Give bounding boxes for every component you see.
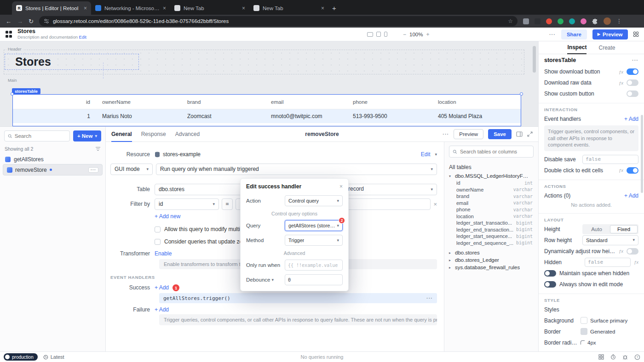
debounce-label[interactable]: Debounce ▾: [246, 277, 274, 283]
fx-icon[interactable]: ƒx: [619, 168, 623, 173]
schema-column[interactable]: ledger_start_sequence...bigint: [444, 233, 538, 240]
share-button[interactable]: Share: [561, 29, 587, 40]
bookmark-star-icon[interactable]: ☆: [508, 18, 513, 24]
border-radius-value[interactable]: 4px: [587, 340, 596, 345]
schema-column[interactable]: brandvarchar: [444, 193, 538, 200]
schema-column[interactable]: ledger_end_sequence_...bigint: [444, 240, 538, 247]
version-selector[interactable]: Latest: [43, 354, 64, 360]
schema-search-input[interactable]: [460, 149, 530, 154]
method-select[interactable]: Trigger▾: [285, 235, 343, 246]
app-canvas[interactable]: Header Stores Main storesTable id ownerN…: [0, 41, 538, 126]
new-tab-button[interactable]: +: [332, 4, 336, 12]
row-height-select[interactable]: Standard▾: [582, 235, 638, 245]
help-icon[interactable]: ?: [634, 354, 640, 360]
fx-icon[interactable]: ƒx: [619, 80, 623, 85]
filter-field-select[interactable]: id▾: [155, 198, 219, 210]
show-download-toggle[interactable]: [627, 68, 638, 75]
tab-inspect[interactable]: Inspect: [567, 41, 586, 54]
run-mode-select[interactable]: Run query only when manually triggered▾: [156, 164, 437, 175]
header-more-icon[interactable]: ···: [549, 32, 556, 37]
edit-description-link[interactable]: Edit: [79, 34, 86, 40]
zoom-out-button[interactable]: −: [403, 31, 406, 38]
fx-icon[interactable]: ƒx: [619, 249, 623, 254]
split-panel-icon[interactable]: [516, 131, 523, 137]
tab-response[interactable]: Response: [141, 127, 166, 142]
reload-icon[interactable]: ↻: [29, 18, 34, 25]
extension-icon[interactable]: [523, 18, 529, 24]
omnibox[interactable]: glossary.retool.com/editor/0086e808-529c…: [39, 16, 518, 26]
extension-icon[interactable]: [581, 18, 586, 24]
add-failure-handler-link[interactable]: + Add: [155, 306, 169, 313]
extension-icon[interactable]: [535, 18, 540, 24]
new-query-button[interactable]: + New ▾: [73, 130, 101, 141]
border-value[interactable]: Generated: [590, 329, 615, 334]
caret-right-icon[interactable]: ▸: [449, 258, 453, 262]
browser-menu-icon[interactable]: ⋮: [616, 18, 622, 24]
debug-icon[interactable]: [622, 354, 628, 360]
double-click-toggle[interactable]: [627, 167, 638, 174]
schema-table-expanded[interactable]: ▾ dbo.MSSQL_LedgerHistoryFor_15255...: [444, 172, 538, 180]
show-custom-toggle[interactable]: [627, 90, 638, 97]
schema-column[interactable]: idint: [444, 180, 538, 187]
app-menu-icon[interactable]: [6, 31, 13, 38]
maintain-space-toggle[interactable]: [544, 270, 556, 277]
preview-button[interactable]: ▶ Preview: [592, 29, 628, 40]
components-grid-icon[interactable]: [598, 354, 604, 360]
panels-grid-icon[interactable]: [633, 32, 639, 37]
enable-transformer-link[interactable]: Enable: [155, 250, 172, 257]
component-tag[interactable]: storesTable: [12, 88, 40, 94]
background-value[interactable]: Surface primary: [590, 318, 627, 323]
download-raw-toggle[interactable]: [627, 79, 638, 86]
zoom-in-button[interactable]: +: [426, 31, 429, 38]
query-more-icon[interactable]: ···: [88, 167, 98, 173]
resource-name[interactable]: stores-example: [163, 151, 201, 158]
dynamic-row-height-toggle[interactable]: [627, 248, 638, 255]
query-search-input[interactable]: [15, 133, 66, 139]
disable-save-input[interactable]: false: [582, 155, 638, 164]
query-more-icon[interactable]: ···: [443, 131, 449, 137]
fx-icon[interactable]: ƒx: [634, 260, 638, 265]
column-header[interactable]: brand: [180, 99, 264, 105]
remove-filter-icon[interactable]: ×: [433, 201, 437, 208]
query-list-item-removeStore[interactable]: removeStore ···: [3, 164, 103, 175]
background-color-swatch[interactable]: [581, 317, 587, 324]
url-text[interactable]: glossary.retool.com/editor/0086e808-529c…: [53, 18, 504, 24]
back-icon[interactable]: ←: [6, 18, 12, 25]
height-auto-option[interactable]: Auto: [583, 225, 610, 233]
add-event-handler-link[interactable]: + Add: [624, 116, 638, 122]
environment-toggle[interactable]: production: [4, 353, 38, 361]
profile-avatar[interactable]: [604, 17, 611, 25]
query-search-box[interactable]: [4, 130, 70, 141]
success-handler-chip[interactable]: getAllStores.trigger() ···: [159, 293, 437, 303]
schema-column[interactable]: ledger_end_transaction...bigint: [444, 226, 538, 233]
schema-column[interactable]: ledger_start_transactio...bigint: [444, 220, 538, 226]
extension-icon[interactable]: [546, 18, 552, 24]
extensions-puzzle-icon[interactable]: [592, 18, 598, 24]
tab-create[interactable]: Create: [598, 41, 615, 54]
browser-tab-retool[interactable]: R Stores | Editor | Retool ×: [12, 1, 91, 15]
schema-search-box[interactable]: [449, 146, 534, 158]
cell-location[interactable]: 405 Moland Plaza: [431, 113, 521, 119]
add-success-handler-link[interactable]: + Add: [155, 284, 169, 291]
cell-id[interactable]: 1: [13, 113, 95, 119]
height-fixed-option[interactable]: Fixed: [610, 225, 638, 233]
filter-operator-select[interactable]: =: [222, 198, 233, 210]
browser-tab-new-1[interactable]: New Tab ×: [170, 1, 249, 15]
caret-right-icon[interactable]: ▸: [449, 251, 453, 255]
column-header[interactable]: ownerName: [95, 99, 180, 105]
add-new-filter-link[interactable]: + Add new: [155, 213, 180, 220]
mobile-viewport-icon[interactable]: [384, 32, 387, 37]
query-save-button[interactable]: Save: [488, 129, 512, 139]
schema-column[interactable]: emailvarchar: [444, 200, 538, 207]
column-header[interactable]: id: [13, 99, 95, 105]
query-preview-button[interactable]: Preview: [454, 129, 483, 139]
schema-table-stores[interactable]: ▸ dbo.stores: [444, 249, 538, 256]
canvas-heading-text[interactable]: Stores: [15, 55, 51, 68]
schema-column[interactable]: locationvarchar: [444, 213, 538, 220]
expand-icon[interactable]: [527, 131, 533, 137]
timer-icon[interactable]: [610, 354, 616, 360]
stores-table-component[interactable]: id ownerName brand email phone location …: [12, 94, 521, 126]
gui-mode-select[interactable]: GUI mode▾: [110, 164, 153, 175]
query-list-item-getAllStores[interactable]: getAllStores: [3, 154, 103, 164]
sort-filter-icon[interactable]: [95, 147, 101, 151]
